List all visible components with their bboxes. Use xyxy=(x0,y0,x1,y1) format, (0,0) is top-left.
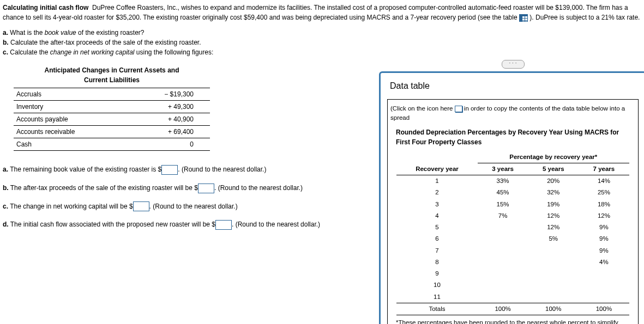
answer-b: b. The after-tax proceeds of the sale of… xyxy=(3,183,374,193)
copy-icon[interactable] xyxy=(455,106,462,112)
macrs-title: Rounded Depreciation Percentages by Reco… xyxy=(396,127,635,147)
input-b[interactable] xyxy=(198,184,214,193)
answer-a: a.a. The remaining book value of the exi… xyxy=(3,164,374,175)
input-c[interactable] xyxy=(133,201,149,211)
answer-d: d. The initial cash flow associated with… xyxy=(3,219,374,230)
table-row: 84% xyxy=(396,256,629,268)
col-header: 5 years xyxy=(528,163,579,175)
col-header: 7 years xyxy=(579,163,629,175)
click-note: (Click on the icon here in order to copy… xyxy=(390,104,635,123)
table-row: Accruals− $19,300 xyxy=(14,88,210,101)
table-row: 10 xyxy=(396,279,629,291)
table-row: 47%12%12% xyxy=(396,210,629,222)
question-b: b. Calculate the after-tax proceeds of t… xyxy=(3,38,644,47)
table-icon[interactable] xyxy=(519,14,528,22)
table-row: Accounts receivable+ 69,400 xyxy=(14,126,210,138)
sub-questions: a. What is the book value of the existin… xyxy=(3,28,644,57)
super-header: Percentage by recovery year* xyxy=(478,151,629,163)
intro-end: ). DuPree is subject to a 21% tax rate. xyxy=(528,14,640,21)
table-row: 315%19%18% xyxy=(396,199,629,210)
footnote: *These percentages have been rounded to … xyxy=(390,318,635,324)
answer-c: c. The change in net working capital wil… xyxy=(3,201,374,212)
col-header: 3 years xyxy=(478,163,528,175)
table-row: Cash0 xyxy=(14,138,210,151)
table-row: 9 xyxy=(396,268,629,279)
input-a[interactable] xyxy=(161,165,178,175)
table-row: 79% xyxy=(396,245,629,256)
table-row: 65%9% xyxy=(396,233,629,244)
problem-title: Calculating initial cash flow xyxy=(3,4,88,11)
problem-intro: Calculating initial cash flow DuPree Cof… xyxy=(3,3,644,22)
changes-table: Anticipated Changes in Current Assets an… xyxy=(14,65,374,151)
changes-title-1: Anticipated Changes in Current Assets an… xyxy=(45,66,179,74)
ellipsis-button[interactable]: · · · xyxy=(502,60,525,69)
changes-title-2: Current Liabilities xyxy=(84,76,140,84)
table-row: 133%20%14% xyxy=(396,175,629,187)
table-row: Accounts payable+ 40,900 xyxy=(14,113,210,126)
totals-row: Totals 100% 100% 100% xyxy=(396,303,629,315)
data-panel: Data table (Click on the icon here in or… xyxy=(379,71,644,324)
macrs-table: Percentage by recovery year* Recovery ye… xyxy=(396,151,629,316)
table-row: 245%32%25% xyxy=(396,187,629,198)
table-row: 11 xyxy=(396,291,629,303)
question-a: a. What is the book value of the existin… xyxy=(3,28,644,38)
col-header: Recovery year xyxy=(396,163,478,175)
table-row: 512%9% xyxy=(396,222,629,233)
question-c: c. Calculate the change in net working c… xyxy=(3,47,644,57)
table-row: Inventory+ 49,300 xyxy=(14,101,210,113)
panel-title: Data table xyxy=(390,80,639,93)
input-d[interactable] xyxy=(215,220,232,230)
